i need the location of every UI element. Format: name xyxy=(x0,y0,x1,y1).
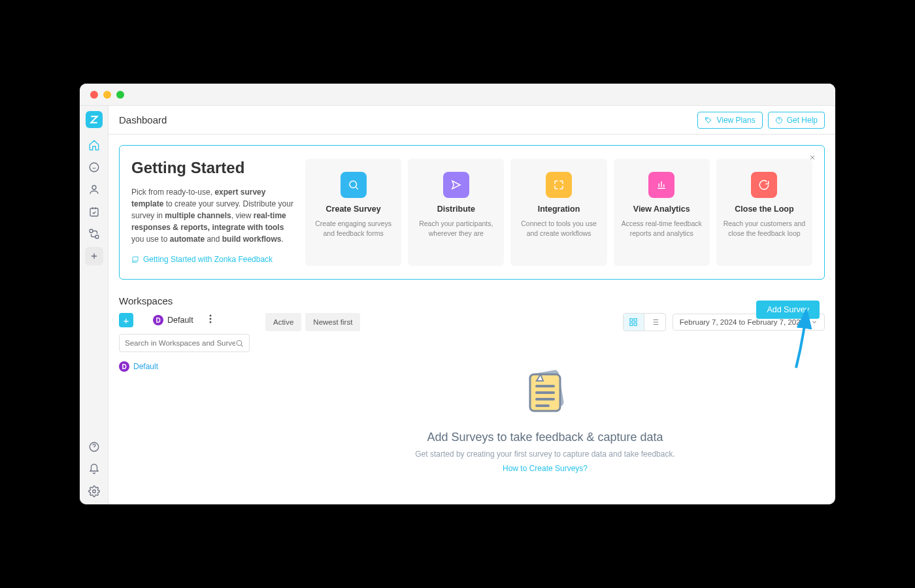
nav-home-icon[interactable] xyxy=(85,136,103,154)
svg-rect-21 xyxy=(535,391,555,394)
getting-started-card[interactable]: IntegrationConnect to tools you use and … xyxy=(510,159,607,266)
getting-started-card[interactable]: Create SurveyCreate engaging surveys and… xyxy=(305,159,401,266)
svg-rect-14 xyxy=(630,319,633,321)
getting-started-title: Getting Started xyxy=(131,159,295,177)
nav-workflows-icon[interactable] xyxy=(85,225,103,243)
view-plans-label: View Plans xyxy=(716,116,755,125)
card-icon xyxy=(443,172,469,198)
getting-started-card[interactable]: View AnalyticsAccess real-time feedback … xyxy=(614,159,710,266)
svg-rect-20 xyxy=(535,385,555,387)
svg-rect-2 xyxy=(90,208,98,216)
card-desc: Reach your participants, wherever they a… xyxy=(414,219,497,238)
svg-point-10 xyxy=(209,315,211,317)
page-title: Dashboard xyxy=(119,114,167,125)
window-zoom-button[interactable] xyxy=(116,91,124,99)
card-icon xyxy=(341,172,367,198)
getting-started-link[interactable]: Getting Started with Zonka Feedback xyxy=(131,255,273,264)
window-titlebar xyxy=(80,84,835,106)
card-icon xyxy=(751,172,777,198)
workspace-tag[interactable]: D Default xyxy=(153,315,193,325)
card-icon xyxy=(648,172,674,198)
tag-icon xyxy=(705,116,712,124)
nav-settings-icon[interactable] xyxy=(85,482,103,500)
workspace-list-item[interactable]: D Default xyxy=(119,361,158,372)
svg-point-12 xyxy=(209,321,211,323)
filter-status[interactable]: Active xyxy=(265,313,301,331)
svg-point-6 xyxy=(92,490,95,493)
window-close-button[interactable] xyxy=(90,91,98,99)
workspace-search-field[interactable] xyxy=(125,339,235,347)
card-desc: Access real-time feedback reports and an… xyxy=(620,219,703,238)
nav-conversations-icon[interactable] xyxy=(85,158,103,176)
card-title: View Analytics xyxy=(620,204,703,214)
view-list-button[interactable] xyxy=(644,314,665,331)
card-desc: Reach your customers and close the feedb… xyxy=(723,219,806,238)
more-vertical-icon xyxy=(209,314,212,323)
svg-point-9 xyxy=(350,181,357,188)
card-desc: Connect to tools you use and create work… xyxy=(517,219,600,238)
empty-state: Add Surveys to take feedback & capture d… xyxy=(265,363,825,473)
view-toggle xyxy=(623,313,666,331)
card-icon xyxy=(546,172,572,198)
card-title: Create Survey xyxy=(312,204,395,214)
empty-state-link[interactable]: How to Create Surveys? xyxy=(265,464,825,473)
add-survey-button[interactable]: Add Survey xyxy=(756,301,820,319)
getting-started-link-label: Getting Started with Zonka Feedback xyxy=(143,255,273,264)
getting-started-card[interactable]: Close the LoopReach your customers and c… xyxy=(716,159,812,266)
book-icon xyxy=(131,255,139,263)
svg-rect-3 xyxy=(90,229,93,233)
nav-help-icon[interactable] xyxy=(85,438,103,456)
workspace-search-input[interactable] xyxy=(119,334,250,352)
help-icon xyxy=(775,116,783,124)
empty-state-description: Get started by creating your first surve… xyxy=(265,449,825,459)
close-panel-button[interactable] xyxy=(808,152,816,164)
nav-notifications-icon[interactable] xyxy=(85,460,103,478)
card-desc: Create engaging surveys and feedback for… xyxy=(312,219,395,238)
svg-point-13 xyxy=(237,340,242,346)
get-help-button[interactable]: Get Help xyxy=(768,112,825,129)
svg-rect-22 xyxy=(535,398,555,400)
card-title: Integration xyxy=(517,204,600,214)
svg-point-1 xyxy=(92,186,96,189)
card-title: Distribute xyxy=(414,204,497,214)
view-grid-button[interactable] xyxy=(624,314,644,331)
empty-state-illustration xyxy=(516,363,574,421)
filter-sort[interactable]: Newest first xyxy=(305,313,360,331)
getting-started-description: Pick from ready-to-use, expert survey te… xyxy=(131,186,295,245)
add-workspace-button[interactable]: + xyxy=(119,313,133,327)
search-icon xyxy=(235,339,244,348)
svg-rect-15 xyxy=(635,319,637,321)
nav-contacts-icon[interactable] xyxy=(85,180,103,199)
svg-point-7 xyxy=(707,118,708,120)
svg-point-0 xyxy=(90,163,99,172)
getting-started-panel: Getting Started Pick from ready-to-use, … xyxy=(119,145,825,280)
card-title: Close the Loop xyxy=(723,204,806,214)
svg-rect-17 xyxy=(635,323,637,325)
getting-started-card[interactable]: DistributeReach your participants, where… xyxy=(408,159,504,266)
empty-state-title: Add Surveys to take feedback & capture d… xyxy=(265,431,825,444)
nav-add-button[interactable] xyxy=(85,247,103,265)
workspace-item-label: Default xyxy=(133,362,158,371)
brand-logo[interactable] xyxy=(86,111,103,128)
grid-icon xyxy=(629,318,638,327)
page-header: Dashboard View Plans Get Help xyxy=(108,106,835,135)
workspace-badge: D xyxy=(153,315,163,325)
workspace-item-badge: D xyxy=(119,361,129,372)
date-range-label: February 7, 2024 to February 7, 2024 xyxy=(680,318,805,326)
workspaces-title: Workspaces xyxy=(119,295,173,306)
app-sidebar xyxy=(80,106,108,504)
list-icon xyxy=(650,318,659,327)
svg-point-11 xyxy=(209,318,211,320)
get-help-label: Get Help xyxy=(787,116,818,125)
view-plans-button[interactable]: View Plans xyxy=(697,112,762,129)
workspace-tag-label: Default xyxy=(167,316,193,325)
workspace-more-menu[interactable] xyxy=(209,314,212,326)
svg-rect-16 xyxy=(630,323,633,325)
svg-rect-4 xyxy=(95,235,99,238)
nav-tasks-icon[interactable] xyxy=(85,203,103,221)
window-minimize-button[interactable] xyxy=(103,91,111,99)
svg-rect-23 xyxy=(535,404,550,407)
chevron-down-icon xyxy=(811,319,818,325)
close-icon xyxy=(808,154,816,161)
